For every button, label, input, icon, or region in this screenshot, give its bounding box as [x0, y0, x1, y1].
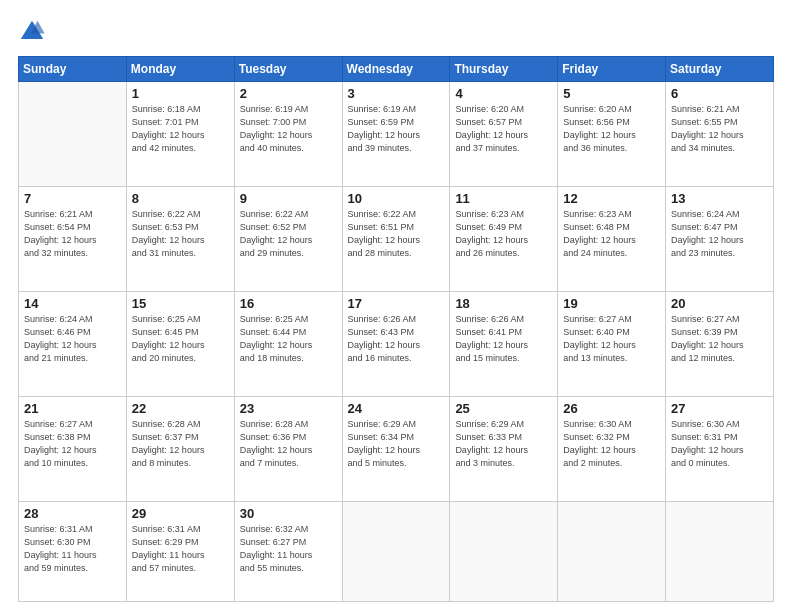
cell-text: Sunrise: 6:24 AM Sunset: 6:47 PM Dayligh…	[671, 208, 768, 260]
day-number: 26	[563, 401, 660, 416]
calendar-row-2: 14Sunrise: 6:24 AM Sunset: 6:46 PM Dayli…	[19, 291, 774, 396]
day-number: 29	[132, 506, 229, 521]
day-number: 20	[671, 296, 768, 311]
day-number: 17	[348, 296, 445, 311]
day-number: 7	[24, 191, 121, 206]
calendar-cell: 16Sunrise: 6:25 AM Sunset: 6:44 PM Dayli…	[234, 291, 342, 396]
calendar-cell: 28Sunrise: 6:31 AM Sunset: 6:30 PM Dayli…	[19, 501, 127, 601]
day-number: 21	[24, 401, 121, 416]
weekday-saturday: Saturday	[666, 57, 774, 82]
calendar-row-3: 21Sunrise: 6:27 AM Sunset: 6:38 PM Dayli…	[19, 396, 774, 501]
cell-text: Sunrise: 6:30 AM Sunset: 6:31 PM Dayligh…	[671, 418, 768, 470]
calendar-cell: 10Sunrise: 6:22 AM Sunset: 6:51 PM Dayli…	[342, 186, 450, 291]
logo-icon	[18, 18, 46, 46]
calendar-cell: 17Sunrise: 6:26 AM Sunset: 6:43 PM Dayli…	[342, 291, 450, 396]
calendar-cell: 19Sunrise: 6:27 AM Sunset: 6:40 PM Dayli…	[558, 291, 666, 396]
header	[18, 18, 774, 46]
day-number: 14	[24, 296, 121, 311]
calendar-cell: 6Sunrise: 6:21 AM Sunset: 6:55 PM Daylig…	[666, 82, 774, 187]
cell-text: Sunrise: 6:19 AM Sunset: 7:00 PM Dayligh…	[240, 103, 337, 155]
cell-text: Sunrise: 6:23 AM Sunset: 6:48 PM Dayligh…	[563, 208, 660, 260]
day-number: 11	[455, 191, 552, 206]
cell-text: Sunrise: 6:25 AM Sunset: 6:45 PM Dayligh…	[132, 313, 229, 365]
cell-text: Sunrise: 6:26 AM Sunset: 6:43 PM Dayligh…	[348, 313, 445, 365]
calendar-cell: 11Sunrise: 6:23 AM Sunset: 6:49 PM Dayli…	[450, 186, 558, 291]
day-number: 3	[348, 86, 445, 101]
day-number: 18	[455, 296, 552, 311]
weekday-thursday: Thursday	[450, 57, 558, 82]
day-number: 24	[348, 401, 445, 416]
day-number: 4	[455, 86, 552, 101]
cell-text: Sunrise: 6:26 AM Sunset: 6:41 PM Dayligh…	[455, 313, 552, 365]
calendar-cell: 29Sunrise: 6:31 AM Sunset: 6:29 PM Dayli…	[126, 501, 234, 601]
cell-text: Sunrise: 6:28 AM Sunset: 6:36 PM Dayligh…	[240, 418, 337, 470]
calendar-row-0: 1Sunrise: 6:18 AM Sunset: 7:01 PM Daylig…	[19, 82, 774, 187]
calendar-cell: 13Sunrise: 6:24 AM Sunset: 6:47 PM Dayli…	[666, 186, 774, 291]
calendar-cell: 21Sunrise: 6:27 AM Sunset: 6:38 PM Dayli…	[19, 396, 127, 501]
weekday-tuesday: Tuesday	[234, 57, 342, 82]
cell-text: Sunrise: 6:20 AM Sunset: 6:56 PM Dayligh…	[563, 103, 660, 155]
cell-text: Sunrise: 6:31 AM Sunset: 6:29 PM Dayligh…	[132, 523, 229, 575]
day-number: 5	[563, 86, 660, 101]
calendar-cell: 12Sunrise: 6:23 AM Sunset: 6:48 PM Dayli…	[558, 186, 666, 291]
cell-text: Sunrise: 6:21 AM Sunset: 6:55 PM Dayligh…	[671, 103, 768, 155]
cell-text: Sunrise: 6:29 AM Sunset: 6:34 PM Dayligh…	[348, 418, 445, 470]
calendar-cell: 7Sunrise: 6:21 AM Sunset: 6:54 PM Daylig…	[19, 186, 127, 291]
cell-text: Sunrise: 6:22 AM Sunset: 6:53 PM Dayligh…	[132, 208, 229, 260]
calendar-cell	[19, 82, 127, 187]
cell-text: Sunrise: 6:20 AM Sunset: 6:57 PM Dayligh…	[455, 103, 552, 155]
calendar-cell: 2Sunrise: 6:19 AM Sunset: 7:00 PM Daylig…	[234, 82, 342, 187]
cell-text: Sunrise: 6:18 AM Sunset: 7:01 PM Dayligh…	[132, 103, 229, 155]
day-number: 27	[671, 401, 768, 416]
calendar-cell: 1Sunrise: 6:18 AM Sunset: 7:01 PM Daylig…	[126, 82, 234, 187]
weekday-monday: Monday	[126, 57, 234, 82]
cell-text: Sunrise: 6:30 AM Sunset: 6:32 PM Dayligh…	[563, 418, 660, 470]
day-number: 23	[240, 401, 337, 416]
calendar-cell: 30Sunrise: 6:32 AM Sunset: 6:27 PM Dayli…	[234, 501, 342, 601]
cell-text: Sunrise: 6:31 AM Sunset: 6:30 PM Dayligh…	[24, 523, 121, 575]
day-number: 2	[240, 86, 337, 101]
logo	[18, 18, 50, 46]
calendar-cell	[666, 501, 774, 601]
calendar-cell: 14Sunrise: 6:24 AM Sunset: 6:46 PM Dayli…	[19, 291, 127, 396]
day-number: 1	[132, 86, 229, 101]
cell-text: Sunrise: 6:19 AM Sunset: 6:59 PM Dayligh…	[348, 103, 445, 155]
calendar-cell: 26Sunrise: 6:30 AM Sunset: 6:32 PM Dayli…	[558, 396, 666, 501]
day-number: 10	[348, 191, 445, 206]
calendar-cell: 15Sunrise: 6:25 AM Sunset: 6:45 PM Dayli…	[126, 291, 234, 396]
weekday-wednesday: Wednesday	[342, 57, 450, 82]
cell-text: Sunrise: 6:27 AM Sunset: 6:39 PM Dayligh…	[671, 313, 768, 365]
calendar-cell: 5Sunrise: 6:20 AM Sunset: 6:56 PM Daylig…	[558, 82, 666, 187]
day-number: 28	[24, 506, 121, 521]
weekday-friday: Friday	[558, 57, 666, 82]
calendar-cell: 25Sunrise: 6:29 AM Sunset: 6:33 PM Dayli…	[450, 396, 558, 501]
calendar-cell: 18Sunrise: 6:26 AM Sunset: 6:41 PM Dayli…	[450, 291, 558, 396]
calendar-row-4: 28Sunrise: 6:31 AM Sunset: 6:30 PM Dayli…	[19, 501, 774, 601]
calendar-cell: 9Sunrise: 6:22 AM Sunset: 6:52 PM Daylig…	[234, 186, 342, 291]
day-number: 12	[563, 191, 660, 206]
cell-text: Sunrise: 6:29 AM Sunset: 6:33 PM Dayligh…	[455, 418, 552, 470]
cell-text: Sunrise: 6:25 AM Sunset: 6:44 PM Dayligh…	[240, 313, 337, 365]
cell-text: Sunrise: 6:22 AM Sunset: 6:52 PM Dayligh…	[240, 208, 337, 260]
cell-text: Sunrise: 6:28 AM Sunset: 6:37 PM Dayligh…	[132, 418, 229, 470]
cell-text: Sunrise: 6:21 AM Sunset: 6:54 PM Dayligh…	[24, 208, 121, 260]
calendar-cell: 20Sunrise: 6:27 AM Sunset: 6:39 PM Dayli…	[666, 291, 774, 396]
day-number: 8	[132, 191, 229, 206]
cell-text: Sunrise: 6:27 AM Sunset: 6:40 PM Dayligh…	[563, 313, 660, 365]
calendar-cell: 3Sunrise: 6:19 AM Sunset: 6:59 PM Daylig…	[342, 82, 450, 187]
day-number: 22	[132, 401, 229, 416]
calendar: SundayMondayTuesdayWednesdayThursdayFrid…	[18, 56, 774, 602]
weekday-sunday: Sunday	[19, 57, 127, 82]
day-number: 15	[132, 296, 229, 311]
calendar-cell: 27Sunrise: 6:30 AM Sunset: 6:31 PM Dayli…	[666, 396, 774, 501]
calendar-cell	[342, 501, 450, 601]
cell-text: Sunrise: 6:22 AM Sunset: 6:51 PM Dayligh…	[348, 208, 445, 260]
day-number: 9	[240, 191, 337, 206]
calendar-cell: 23Sunrise: 6:28 AM Sunset: 6:36 PM Dayli…	[234, 396, 342, 501]
day-number: 25	[455, 401, 552, 416]
cell-text: Sunrise: 6:27 AM Sunset: 6:38 PM Dayligh…	[24, 418, 121, 470]
cell-text: Sunrise: 6:23 AM Sunset: 6:49 PM Dayligh…	[455, 208, 552, 260]
calendar-body: 1Sunrise: 6:18 AM Sunset: 7:01 PM Daylig…	[19, 82, 774, 602]
day-number: 13	[671, 191, 768, 206]
calendar-cell: 4Sunrise: 6:20 AM Sunset: 6:57 PM Daylig…	[450, 82, 558, 187]
